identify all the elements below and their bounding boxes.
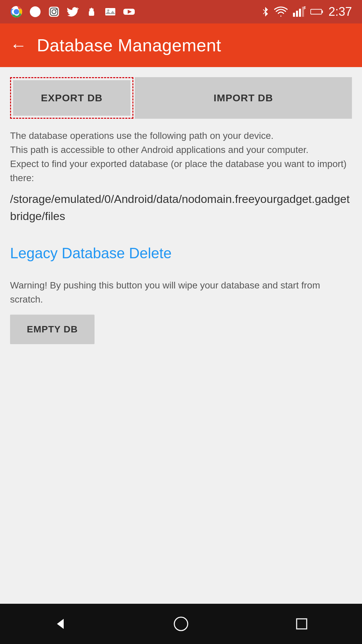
youtube-icon — [123, 5, 135, 18]
legacy-section-heading[interactable]: Legacy Database Delete — [10, 245, 352, 262]
status-bar: R 2:37 — [0, 0, 362, 23]
svg-marker-24 — [57, 619, 64, 629]
svg-rect-8 — [89, 11, 94, 16]
svg-text:R: R — [304, 6, 306, 10]
storage-path: /storage/emulated/0/Android/data/nodomai… — [10, 191, 352, 225]
wifi-icon — [274, 6, 288, 17]
status-bar-left — [10, 5, 135, 18]
svg-rect-18 — [299, 9, 301, 17]
chrome-icon — [10, 5, 23, 18]
nav-back-button[interactable] — [52, 615, 69, 632]
fist-icon — [85, 5, 98, 18]
nav-recent-button[interactable] — [293, 615, 310, 632]
bluetooth-icon — [261, 6, 269, 17]
legacy-section: Legacy Database Delete Warning! By pushi… — [10, 245, 352, 344]
app-bar: ← Database Management — [0, 23, 362, 67]
empty-db-button[interactable]: EMPTY DB — [10, 315, 95, 344]
db-button-row: EXPORT DB IMPORT DB — [10, 77, 352, 119]
export-btn-dashed-border: EXPORT DB — [10, 77, 133, 119]
svg-rect-12 — [105, 8, 115, 15]
export-db-button[interactable]: EXPORT DB — [13, 80, 130, 116]
description-text: The database operations use the followin… — [10, 129, 352, 185]
import-db-button[interactable]: IMPORT DB — [135, 77, 352, 119]
svg-point-2 — [15, 10, 18, 13]
main-content: EXPORT DB IMPORT DB The database operati… — [0, 67, 362, 604]
svg-point-25 — [174, 617, 188, 631]
svg-rect-17 — [296, 11, 298, 17]
signal-icon: R — [292, 6, 306, 17]
status-bar-right: R 2:37 — [261, 5, 352, 19]
back-button[interactable]: ← — [10, 37, 27, 54]
svg-rect-9 — [89, 8, 91, 12]
twitter-icon — [66, 5, 79, 18]
status-time: 2:37 — [328, 5, 352, 19]
svg-rect-26 — [297, 619, 307, 629]
svg-point-7 — [56, 9, 57, 10]
svg-point-3 — [30, 6, 41, 17]
image-icon — [104, 5, 117, 18]
app-bar-title: Database Management — [37, 35, 221, 55]
nav-bar — [0, 604, 362, 644]
instagram-icon — [48, 5, 60, 18]
svg-rect-22 — [322, 10, 323, 13]
messenger-icon — [29, 5, 42, 18]
svg-point-13 — [107, 9, 109, 11]
svg-rect-23 — [311, 10, 315, 14]
svg-rect-11 — [92, 8, 94, 12]
svg-rect-10 — [91, 8, 92, 12]
svg-rect-16 — [293, 13, 295, 17]
battery-icon — [310, 7, 324, 16]
warning-text: Warning! By pushing this button you will… — [10, 278, 352, 307]
nav-home-button[interactable] — [173, 615, 189, 632]
